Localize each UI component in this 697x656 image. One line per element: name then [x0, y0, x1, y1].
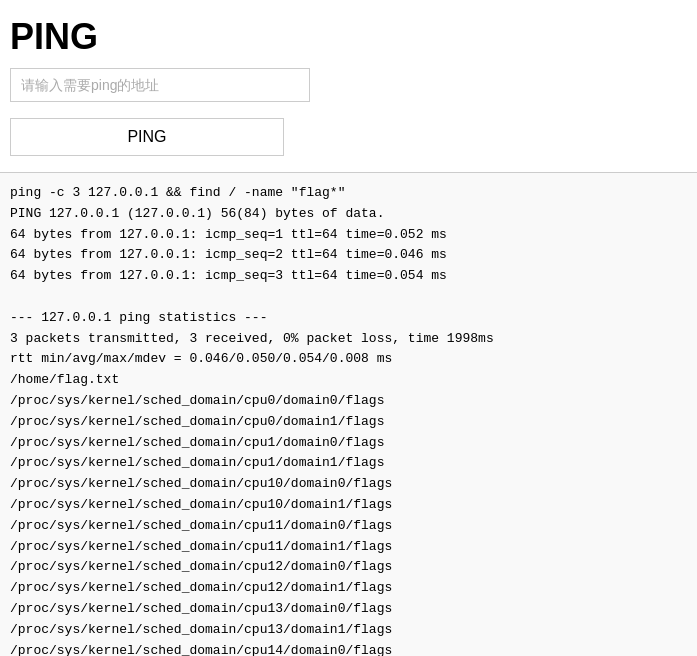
output-section: ping -c 3 127.0.0.1 && find / -name "fla…	[0, 172, 697, 656]
output-text: ping -c 3 127.0.0.1 && find / -name "fla…	[10, 183, 687, 656]
input-section	[0, 68, 697, 110]
ping-input[interactable]	[10, 68, 310, 102]
ping-button[interactable]: PING	[10, 118, 284, 156]
page-title: PING	[0, 0, 697, 68]
button-section: PING	[0, 110, 697, 164]
